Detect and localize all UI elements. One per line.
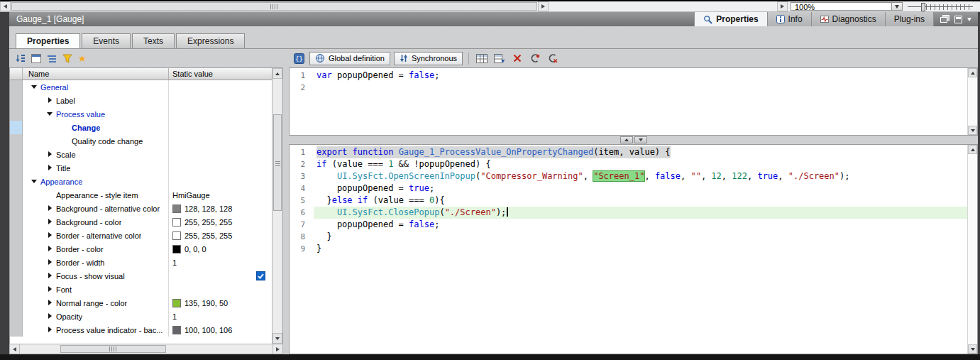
hscrollbar-track[interactable] [20, 344, 272, 354]
property-row[interactable]: Process value indicator - bac...100, 100… [10, 323, 272, 337]
property-row[interactable]: Font [10, 283, 272, 296]
property-value-cell[interactable] [169, 283, 272, 296]
property-row[interactable]: Border - width1 [10, 256, 272, 269]
property-row[interactable]: Opacity1 [10, 310, 272, 323]
editor-splitter[interactable] [289, 136, 978, 144]
expand-arrow-icon[interactable] [47, 165, 53, 171]
tab-texts[interactable]: Texts [132, 33, 175, 48]
property-value-cell[interactable]: 135, 190, 50 [169, 296, 272, 310]
delete-icon[interactable] [510, 52, 524, 65]
expand-arrow-icon[interactable] [47, 286, 53, 293]
code-line[interactable]: 1var popupOpened = false; [290, 70, 967, 82]
list-view-icon[interactable] [47, 54, 57, 63]
property-name-cell[interactable]: Opacity [23, 310, 169, 323]
code-line[interactable]: 4 popupOpened = true; [290, 182, 967, 195]
property-row[interactable]: Background - alternative color128, 128, … [10, 202, 272, 215]
script-icon[interactable]: {} [292, 52, 306, 65]
scroll-down-arrow[interactable] [968, 344, 977, 354]
property-name-cell[interactable]: General [23, 80, 169, 94]
property-row[interactable]: Background - color255, 255, 255 [10, 215, 272, 229]
sort-icon[interactable] [15, 53, 26, 63]
property-row[interactable]: Border - alternative color255, 255, 255 [10, 229, 272, 242]
property-value-cell[interactable] [169, 175, 272, 188]
event-handler-code[interactable]: 1export function Gauge_1_ProcessValue_On… [290, 145, 967, 354]
zoom-slider-thumb[interactable] [921, 3, 925, 11]
global-definition-editor[interactable]: 1var popupOpened = false;2 [289, 67, 978, 136]
expand-arrow-icon[interactable] [47, 219, 53, 225]
hscrollbar-thumb[interactable] [11, 2, 537, 11]
vscrollbar-track[interactable] [968, 154, 977, 344]
scroll-left-arrow[interactable] [10, 344, 20, 354]
property-value-cell[interactable] [169, 148, 272, 161]
hscroll2-right-arrow[interactable] [777, 1, 788, 11]
hscrollbar-track[interactable] [11, 1, 538, 11]
property-value-cell[interactable] [169, 94, 272, 107]
global-definition-code[interactable]: 1var popupOpened = false;2 [290, 68, 967, 135]
scroll-down-arrow[interactable] [272, 333, 282, 344]
scroll-down-arrow[interactable] [968, 126, 977, 135]
scroll-right-arrow[interactable] [272, 344, 282, 354]
property-name-cell[interactable]: Normal range - color [23, 296, 169, 310]
expand-arrow-icon[interactable] [47, 259, 53, 266]
property-name-cell[interactable]: Process value indicator - bac... [23, 323, 169, 337]
tab-expressions[interactable]: Expressions [176, 33, 245, 48]
form-view-icon[interactable] [31, 54, 41, 63]
expand-arrow-icon[interactable] [47, 97, 53, 104]
hscroll-left-arrow[interactable] [0, 1, 11, 11]
property-name-cell[interactable]: Quality code change [23, 134, 169, 148]
property-name-cell[interactable]: Border - alternative color [23, 229, 169, 242]
vscrollbar-track[interactable] [272, 79, 282, 333]
code-line[interactable]: 1export function Gauge_1_ProcessValue_On… [290, 146, 967, 158]
vscrollbar-track[interactable] [968, 77, 977, 126]
collapse-arrow-icon[interactable] [31, 178, 38, 185]
property-name-cell[interactable]: Border - width [23, 256, 169, 269]
property-name-cell[interactable]: Border - color [23, 242, 169, 256]
collapse-pane-icon[interactable] [954, 16, 962, 23]
cascade-windows-icon[interactable] [940, 15, 949, 23]
code-line[interactable]: 9} [290, 243, 967, 255]
code-line[interactable]: 2if (value === 1 && !popupOpened) { [290, 158, 967, 170]
property-name-cell[interactable]: Background - color [23, 215, 169, 229]
property-row[interactable]: Label [10, 94, 272, 107]
property-name-cell[interactable]: Focus - show visual [23, 269, 169, 283]
property-value-cell[interactable]: 100, 100, 106 [169, 323, 272, 337]
code-line[interactable]: 8 } [290, 231, 967, 243]
zoom-select[interactable]: 100% [791, 2, 903, 11]
code-line[interactable]: 5 }else if (value === 0){ [290, 195, 967, 207]
chevron-down-icon[interactable] [967, 18, 971, 21]
property-row[interactable]: Normal range - color135, 190, 50 [10, 296, 272, 310]
expand-arrow-icon[interactable] [47, 205, 53, 212]
favorites-star-icon[interactable]: ★ [78, 54, 87, 63]
global-definition-button[interactable]: Global definition [309, 52, 390, 65]
property-value-cell[interactable] [169, 121, 272, 134]
property-name-cell[interactable]: Appearance - style item [23, 188, 169, 202]
property-row[interactable]: Process value [10, 107, 272, 121]
property-value-cell[interactable] [169, 269, 272, 283]
property-row[interactable]: General [10, 80, 272, 94]
tab-info-pane[interactable]: Info [767, 12, 811, 26]
expand-arrow-icon[interactable] [47, 327, 53, 333]
property-value-cell[interactable]: 255, 255, 255 [169, 215, 272, 229]
expand-arrow-icon[interactable] [47, 151, 53, 158]
global-editor-scrollbar[interactable] [967, 68, 977, 135]
property-row[interactable]: Appearance - style itemHmiGauge [10, 188, 272, 202]
collapse-arrow-icon[interactable] [47, 111, 53, 117]
scroll-up-arrow[interactable] [968, 145, 977, 154]
property-value-cell[interactable] [169, 161, 272, 175]
property-value-cell[interactable]: 1 [169, 256, 272, 269]
property-row[interactable]: Border - color0, 0, 0 [10, 242, 272, 256]
expand-arrow-icon[interactable] [47, 246, 53, 252]
code-line[interactable]: 3 UI.SysFct.OpenScreenInPopup("Compresso… [290, 170, 967, 182]
zoom-slider[interactable] [908, 1, 973, 11]
scroll-up-arrow[interactable] [968, 68, 977, 77]
checkbox-checked[interactable] [256, 271, 265, 280]
tab-plugins-pane[interactable]: Plug-ins [885, 12, 933, 26]
filter-funnel-icon[interactable] [62, 54, 72, 63]
property-name-cell[interactable]: Font [23, 283, 169, 296]
collapse-arrow-icon[interactable] [31, 84, 38, 90]
tab-properties[interactable]: Properties [16, 33, 80, 48]
scroll-up-arrow[interactable] [272, 68, 282, 79]
synchronous-button[interactable]: Synchronous [394, 52, 463, 65]
tab-events[interactable]: Events [82, 33, 131, 48]
code-line[interactable]: 2 [290, 82, 967, 94]
